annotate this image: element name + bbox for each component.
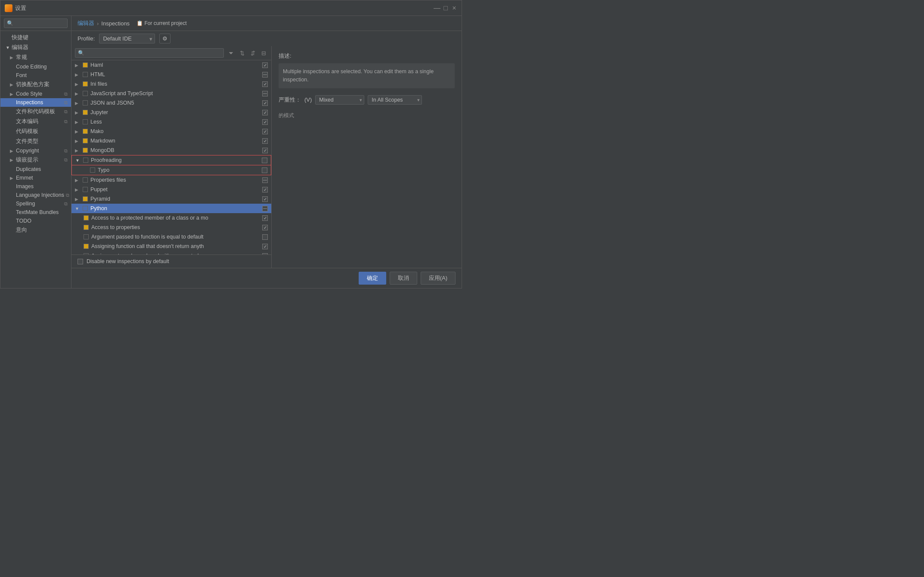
breadcrumb-parent[interactable]: 编辑器: [78, 19, 94, 27]
sidebar-item-textmate[interactable]: TextMate Bundles: [0, 208, 71, 217]
layout-button[interactable]: ⊟: [260, 49, 268, 57]
sidebar-item-shortcuts[interactable]: 快捷键: [0, 33, 71, 43]
checkbox-mongodb[interactable]: [262, 148, 268, 153]
sidebar-item-code-template[interactable]: 代码模板: [0, 127, 71, 136]
right-small-text: 的模式: [279, 112, 455, 120]
color-typo: [90, 168, 95, 173]
insp-item-pyramid[interactable]: ▶ Pyramid: [71, 194, 271, 204]
maximize-button[interactable]: □: [443, 5, 449, 11]
disable-new-inspections-checkbox[interactable]: [78, 259, 83, 264]
checkbox-mako[interactable]: [262, 129, 268, 134]
insp-item-html[interactable]: ▶ HTML: [71, 70, 271, 79]
checkbox-ini[interactable]: [262, 81, 268, 87]
severity-select[interactable]: Mixed Error Warning Weak Warning Info: [315, 95, 364, 105]
insp-item-ini[interactable]: ▶ Ini files: [71, 79, 271, 89]
sidebar-item-duplicates[interactable]: Duplicates: [0, 165, 71, 174]
cancel-button[interactable]: 取消: [390, 272, 417, 285]
insp-item-typo[interactable]: Typo: [71, 165, 271, 175]
insp-item-python[interactable]: ▼ Python: [71, 204, 271, 213]
checkbox-json[interactable]: [262, 100, 268, 106]
checkbox-jupyter[interactable]: [262, 110, 268, 115]
label-ap: Access to a protected member of a class …: [91, 215, 260, 221]
copy-icon-inspections: ⧉: [64, 100, 68, 105]
sidebar-item-inspections[interactable]: Inspections ⧉: [0, 98, 71, 107]
arrow-jsts: ▶: [75, 91, 80, 96]
checkbox-html[interactable]: [262, 72, 268, 78]
scope-select[interactable]: In All Scopes In Tests Only Everywhere E…: [368, 95, 422, 105]
apply-button[interactable]: 应用(A): [421, 272, 456, 285]
inspection-search-input[interactable]: [75, 48, 224, 58]
gear-button[interactable]: ⚙: [159, 34, 171, 43]
checkbox-apr[interactable]: [262, 225, 268, 230]
checkbox-properties[interactable]: [262, 177, 268, 183]
insp-item-jupyter[interactable]: ▶ Jupyter: [71, 108, 271, 117]
sidebar-item-inspections-label: Inspections: [16, 99, 43, 105]
collapse-button[interactable]: ⇵: [249, 49, 257, 57]
inspection-toolbar: ⏷ ⇅ ⇵ ⊟: [71, 46, 271, 60]
arrow-less: ▶: [75, 120, 80, 124]
insp-item-mako[interactable]: ▶ Mako: [71, 127, 271, 136]
label-mongodb: MongoDB: [90, 147, 260, 153]
insp-item-less[interactable]: ▶ Less: [71, 117, 271, 127]
insp-item-proofreading[interactable]: ▼ Proofreading: [71, 155, 271, 165]
checkbox-jsts[interactable]: [262, 91, 268, 96]
sidebar-item-language-injections[interactable]: Language Injections ⧉: [0, 191, 71, 199]
sidebar-item-copyright-label: Copyright: [16, 148, 39, 154]
minimize-button[interactable]: —: [434, 5, 440, 11]
insp-item-arg-default[interactable]: Argument passed to function is equal to …: [71, 232, 271, 242]
label-less: Less: [90, 119, 260, 125]
insp-item-puppet[interactable]: ▶ Puppet: [71, 185, 271, 194]
insp-item-access-properties[interactable]: Access to properties: [71, 223, 271, 232]
checkbox-puppet[interactable]: [262, 187, 268, 192]
insp-item-haml[interactable]: ▶ Haml: [71, 60, 271, 70]
sidebar-item-todo[interactable]: TODO: [0, 217, 71, 225]
sidebar-item-editor[interactable]: ▼ 编辑器: [0, 43, 71, 53]
checkbox-less[interactable]: [262, 119, 268, 125]
insp-item-json[interactable]: ▶ JSON and JSON5: [71, 98, 271, 108]
left-search-input[interactable]: [4, 19, 68, 28]
sidebar-item-file-type[interactable]: 文件类型: [0, 136, 71, 146]
ok-button[interactable]: 确定: [359, 272, 386, 285]
sidebar-item-images[interactable]: Images: [0, 182, 71, 191]
sidebar-item-copyright[interactable]: ▶ Copyright ⧉: [0, 146, 71, 155]
sidebar-item-spelling[interactable]: Spelling ⧉: [0, 199, 71, 208]
sidebar-item-switch-color[interactable]: ▶ 切换配色方案: [0, 80, 71, 90]
filter-button[interactable]: ⏷: [226, 49, 236, 57]
checkbox-ap[interactable]: [262, 215, 268, 221]
severity-label: 严重性：: [279, 96, 301, 104]
settings-window: 设置 — □ × 快捷键 ▼ 编辑器 ▶: [0, 0, 462, 288]
sidebar-item-text-encoding[interactable]: 文本编码 ⧉: [0, 117, 71, 127]
sidebar-item-code-editing[interactable]: Code Editing: [0, 62, 71, 71]
checkbox-ac[interactable]: [262, 244, 268, 249]
sidebar-item-code-style[interactable]: ▶ Code Style ⧉: [0, 90, 71, 98]
insp-item-access-protected[interactable]: Access to a protected member of a class …: [71, 213, 271, 223]
sidebar-item-file-code-template-label: 文件和代码模板: [16, 108, 55, 115]
checkbox-pyramid[interactable]: [262, 196, 268, 202]
checkbox-haml[interactable]: [262, 62, 268, 68]
sidebar-item-file-code-template[interactable]: 文件和代码模板 ⧉: [0, 107, 71, 117]
window-title: 设置: [15, 4, 26, 12]
checkbox-ad[interactable]: [262, 234, 268, 240]
insp-item-assign-augmented[interactable]: Assignment can be replaced with augmente…: [71, 251, 271, 254]
sidebar-item-editor-label: 编辑器: [12, 44, 28, 51]
sidebar-item-font[interactable]: Font: [0, 71, 71, 80]
profile-select[interactable]: Default IDE: [99, 34, 155, 43]
insp-item-jsts[interactable]: ▶ JavaScript and TypeScript: [71, 89, 271, 98]
arrow-properties: ▶: [75, 178, 80, 183]
sidebar-item-regular[interactable]: ▶ 常规: [0, 53, 71, 62]
sidebar-item-intention[interactable]: 意向: [0, 225, 71, 235]
close-button[interactable]: ×: [451, 5, 457, 11]
insp-item-assign-call[interactable]: Assigning function call that doesn't ret…: [71, 242, 271, 251]
sidebar-item-emmet[interactable]: ▶ Emmet: [0, 174, 71, 182]
checkbox-proofreading[interactable]: [262, 158, 267, 163]
checkbox-markdown[interactable]: [262, 138, 268, 144]
insp-item-properties[interactable]: ▶ Properties files: [71, 175, 271, 185]
color-jupyter: [83, 110, 88, 115]
sidebar-item-embed-tips[interactable]: ▶ 镶嵌提示 ⧉: [0, 155, 71, 165]
label-jsts: JavaScript and TypeScript: [90, 90, 260, 96]
expand-button[interactable]: ⇅: [238, 49, 246, 57]
checkbox-python[interactable]: [262, 206, 268, 211]
insp-item-markdown[interactable]: ▶ Markdown: [71, 136, 271, 146]
checkbox-typo[interactable]: [262, 168, 267, 173]
insp-item-mongodb[interactable]: ▶ MongoDB: [71, 146, 271, 155]
